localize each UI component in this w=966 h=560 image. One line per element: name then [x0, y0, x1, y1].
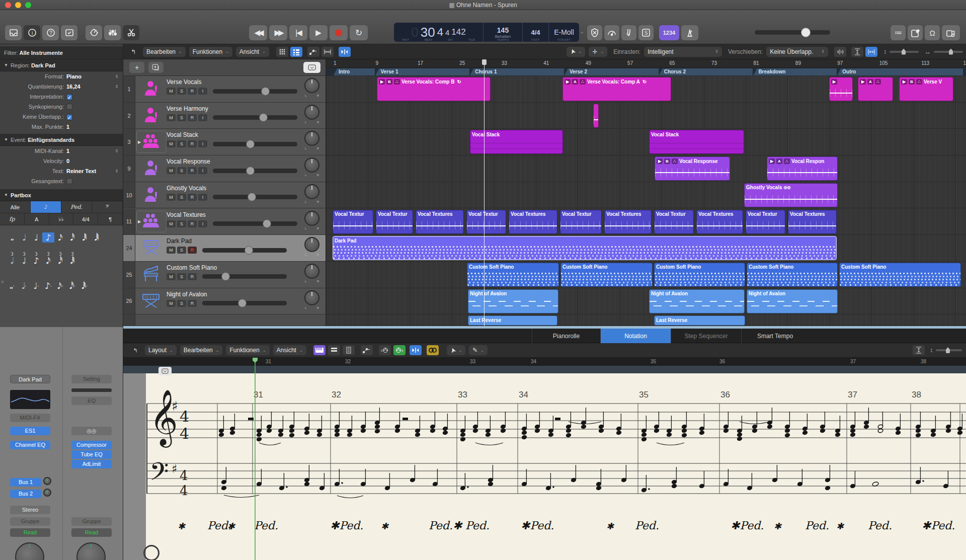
track-solo-button[interactable]: S [177, 88, 186, 95]
vertical-auto-zoom-icon[interactable] [851, 47, 863, 57]
take-dots-icon[interactable]: ∴ [672, 158, 678, 164]
snap-popup[interactable]: Intelligent⇕ [644, 47, 722, 57]
arrange-menu[interactable]: Funktionen⌄ [189, 47, 232, 57]
tab-smart-tempo[interactable]: Smart Tempo [741, 329, 809, 343]
region[interactable]: Vocal Textur [466, 210, 506, 234]
flex-icon[interactable] [321, 47, 334, 57]
bar-ruler[interactable]: 191725334149576573818997105113121 [326, 59, 966, 68]
track-list-icon[interactable] [290, 47, 302, 57]
master-fader-icon[interactable] [621, 25, 636, 40]
partbox-tab[interactable]: 𝅘𝅥𝅮 [31, 201, 61, 213]
take-dots-icon[interactable]: ∴ [784, 158, 790, 164]
region[interactable]: Last Reverse [468, 315, 557, 326]
note-glyph[interactable]: 3♩ [18, 256, 30, 266]
partbox-tab[interactable]: Alle [0, 201, 31, 213]
track-header[interactable]: 3▶Vocal StackMSRILR [123, 129, 326, 155]
play-button[interactable]: ▶ [309, 25, 328, 40]
group-slot[interactable]: Gruppe [10, 517, 50, 526]
track-input-button[interactable]: I [198, 114, 207, 121]
note-glyph[interactable]: 𝅘𝅥𝅲 [91, 232, 103, 243]
pan-knob[interactable] [304, 78, 319, 93]
region[interactable]: ▶A∴Vocal Respon [767, 156, 838, 181]
take-dots-icon[interactable]: ∴ [916, 79, 922, 85]
pan-knob[interactable] [304, 184, 319, 199]
marker-verse-2[interactable]: Verse 2 [565, 68, 659, 75]
region[interactable]: Custom Soft Piano [654, 263, 745, 287]
region[interactable]: Vocal Textur [560, 210, 602, 234]
send-knob[interactable] [43, 489, 51, 497]
list-view-icon[interactable] [328, 345, 340, 355]
pan-knob[interactable] [15, 542, 44, 560]
automation-icon[interactable] [361, 345, 373, 355]
go-to-beginning-button[interactable]: |◀ [289, 25, 307, 40]
note-glyph[interactable]: 𝅘𝅥𝅰 [66, 232, 78, 243]
region[interactable]: Custom Soft Piano [467, 263, 559, 287]
track-record-button[interactable]: R [188, 220, 197, 227]
waveform-zoom-icon[interactable] [834, 47, 846, 57]
region[interactable] [593, 104, 599, 128]
send-knob[interactable] [43, 477, 51, 485]
editor-zoom-thumb[interactable] [946, 347, 950, 353]
region[interactable]: Vocal Textures [788, 210, 837, 234]
region[interactable]: ▶A∴ [858, 77, 893, 101]
note-glyph[interactable]: 3♪ [30, 256, 42, 266]
stepper-icon[interactable]: ⇕ [115, 84, 120, 89]
metronome-icon[interactable] [681, 25, 698, 40]
tab-pianorolle[interactable]: Pianorolle [532, 329, 600, 343]
pointer-tool-selector[interactable]: ➤⌄ [567, 47, 586, 57]
zoom-window-button[interactable] [25, 2, 31, 8]
tuning-icon[interactable] [604, 25, 619, 40]
track-lane[interactable] [326, 103, 966, 129]
volume-thumb[interactable] [238, 299, 247, 307]
audio-fx-slot[interactable]: Tube EQ [71, 450, 112, 459]
track-input-button[interactable]: I [198, 194, 207, 201]
track-header-partial[interactable] [123, 314, 326, 326]
pan-knob[interactable] [304, 105, 319, 120]
note-glyph[interactable]: ♩· [30, 281, 42, 291]
volume-slider[interactable] [213, 142, 297, 146]
region[interactable]: Last Reverse [654, 315, 745, 326]
inspector-icon[interactable]: i [24, 25, 40, 40]
note-glyph[interactable]: 𝅘𝅥𝅯· [54, 281, 66, 291]
loops-browser-icon[interactable]: Ω [925, 25, 940, 40]
audio-fx-slot[interactable]: Compressor [71, 441, 112, 449]
inspector-row[interactable]: Quantisierung:16,24⇕ [0, 82, 123, 92]
midi-in-icon[interactable]: › [379, 345, 391, 355]
solo-icon[interactable]: S [638, 25, 654, 40]
v-zoom-thumb[interactable] [902, 49, 906, 55]
vertical-auto-zoom-icon[interactable] [913, 345, 925, 355]
track-record-button[interactable]: R [188, 300, 197, 307]
quick-help-icon[interactable]: ? [42, 25, 59, 40]
volume-slider[interactable] [213, 195, 297, 199]
pointer-tool-selector[interactable]: ➤⌄ [447, 345, 466, 355]
drag-popup[interactable]: Keine Überlapp.⇕ [766, 47, 828, 57]
lcd-chevron[interactable]: ⌄ [580, 29, 584, 34]
strip-name[interactable]: Setting [71, 375, 112, 383]
forward-button[interactable]: ▶▶ [269, 25, 287, 40]
track-solo-button[interactable]: S [177, 140, 186, 147]
stepper-icon[interactable]: ⇕ [115, 74, 120, 79]
note-glyph[interactable]: 𝅗𝅥· [18, 281, 30, 291]
automation-slot[interactable]: Read [71, 528, 112, 537]
track-solo-button[interactable]: S [177, 273, 186, 280]
group-slot[interactable]: Gruppe [71, 517, 112, 526]
stereo-icon[interactable]: ◎◎ [71, 427, 112, 435]
disclosure-triangle[interactable]: ▶ [138, 140, 141, 144]
note-glyph[interactable]: 𝅝 [6, 232, 18, 243]
stepper-icon[interactable]: ⇕ [115, 148, 120, 153]
pan-knob[interactable] [304, 237, 319, 252]
midi-in-keyboard-icon[interactable] [313, 345, 326, 355]
rewind-button[interactable]: ◀◀ [249, 25, 267, 40]
track-record-button[interactable]: R [188, 194, 197, 201]
inspector-row[interactable]: Velocity:0 [0, 156, 123, 166]
region[interactable]: Vocal Textur [333, 210, 373, 234]
master-volume-thumb[interactable] [801, 28, 811, 37]
note-glyph[interactable]: 3𝅘𝅥𝅱 [66, 256, 78, 266]
region[interactable]: Vocal Textures [604, 210, 652, 234]
region[interactable]: Custom Soft Piano [560, 263, 653, 287]
marker-breakdown[interactable]: Breakdown [753, 68, 837, 75]
pan-knob[interactable] [304, 264, 319, 279]
volume-thumb[interactable] [221, 272, 230, 281]
track-solo-button[interactable]: S [177, 300, 186, 307]
pencil-tool-selector[interactable]: ✎⌄ [469, 345, 488, 355]
